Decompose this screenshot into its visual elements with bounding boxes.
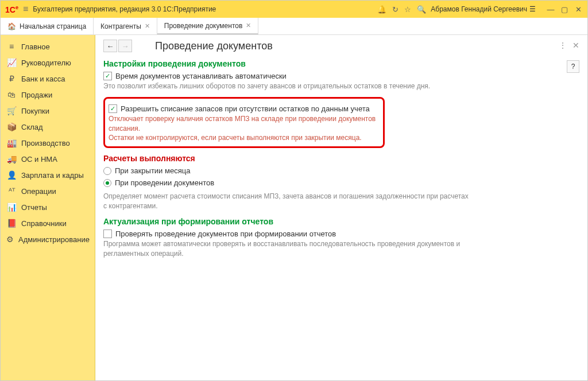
dtkt-icon: ᴬᵀ: [6, 186, 17, 196]
forward-button[interactable]: →: [118, 40, 132, 52]
home-icon: ≡: [6, 42, 17, 51]
home-icon: 🏠: [7, 22, 16, 30]
person-icon: 👤: [6, 170, 17, 180]
sidebar-item-reports[interactable]: 📊Отчеты: [1, 199, 95, 215]
sidebar-item-purchases[interactable]: 🛒Покупки: [1, 103, 95, 119]
hint-calc: Определяет момент расчета стоимости спис…: [103, 192, 471, 211]
book-icon: 📕: [6, 219, 17, 228]
hint-allow-writeoff-1: Отключает проверку наличия остатков МПЗ …: [109, 114, 378, 134]
logo-icon: 1Ce: [5, 5, 18, 14]
star-icon[interactable]: ☆: [404, 5, 411, 14]
factory-icon: 🏭: [6, 138, 17, 147]
sidebar-item-assets[interactable]: 🚚ОС и НМА: [1, 151, 95, 167]
label-on-month-close: При закрытии месяца: [115, 166, 190, 175]
user-name: Абрамов Геннадий Сергеевич: [431, 5, 527, 13]
section-title-actualization: Актуализация при формировании отчетов: [103, 217, 579, 226]
hint-auto-time: Это позволит избежать лишних оборотов по…: [103, 81, 471, 91]
close-icon[interactable]: ✕: [246, 22, 251, 29]
window-controls: — ▢ ✕: [546, 5, 583, 14]
maximize-button[interactable]: ▢: [560, 5, 569, 14]
ruble-icon: ₽: [6, 74, 17, 83]
close-icon[interactable]: ✕: [145, 22, 150, 30]
bars-icon: 📊: [6, 203, 17, 212]
tabs-bar: 🏠 Начальная страница Контрагенты ✕ Прове…: [1, 18, 587, 35]
checkbox-auto-time[interactable]: [103, 72, 112, 80]
sidebar-item-catalogs[interactable]: 📕Справочники: [1, 215, 95, 231]
tab-home[interactable]: 🏠 Начальная страница: [1, 18, 94, 34]
close-window-button[interactable]: ✕: [574, 5, 583, 14]
sidebar-item-manager[interactable]: 📈Руководителю: [1, 55, 95, 71]
page-title: Проведение документов: [155, 40, 273, 52]
minimize-button[interactable]: —: [546, 5, 555, 14]
section-title-settings: Настройки проведения документов: [103, 59, 579, 68]
bag-icon: 🛍: [6, 90, 17, 99]
search-icon[interactable]: 🔍: [417, 5, 426, 14]
back-button[interactable]: ←: [103, 40, 117, 52]
sidebar-item-production[interactable]: 🏭Производство: [1, 135, 95, 151]
user-menu[interactable]: Абрамов Геннадий Сергеевич ☰: [431, 5, 536, 13]
hint-allow-writeoff-2: Остатки не контролируются, если расчеты …: [109, 133, 378, 143]
help-button[interactable]: ?: [567, 60, 579, 73]
label-on-posting: При проведении документов: [115, 178, 214, 187]
radio-on-posting[interactable]: [103, 179, 111, 187]
sidebar-item-operations[interactable]: ᴬᵀОперации: [1, 183, 95, 199]
main-area: ← → Проведение документов ⋮ ✕ ? Настройк…: [95, 35, 587, 380]
close-panel-button[interactable]: ✕: [572, 41, 579, 50]
label-verify-reports: Проверять проведение документов при форм…: [115, 230, 336, 238]
app-title: Бухгалтерия предприятия, редакция 3.0 1С…: [33, 5, 373, 13]
main-header: ← → Проведение документов: [95, 35, 587, 56]
main-menu-icon[interactable]: ≡: [23, 4, 28, 14]
bell-icon[interactable]: 🔔: [377, 5, 386, 14]
checkbox-verify-reports[interactable]: [103, 230, 112, 238]
sidebar-item-warehouse[interactable]: 📦Склад: [1, 119, 95, 135]
checkbox-allow-writeoff[interactable]: [109, 104, 117, 113]
more-icon[interactable]: ⋮: [559, 41, 567, 50]
gear-icon: ⚙: [6, 235, 14, 244]
tab-document-posting[interactable]: Проведение документов ✕: [157, 18, 259, 34]
highlighted-setting: Разрешить списание запасов при отсутстви…: [103, 97, 385, 148]
sidebar-item-salary[interactable]: 👤Зарплата и кадры: [1, 167, 95, 183]
history-icon[interactable]: ↻: [392, 5, 399, 14]
truck-icon: 🚚: [6, 154, 17, 164]
sidebar-item-main[interactable]: ≡Главное: [1, 38, 95, 55]
sidebar-item-sales[interactable]: 🛍Продажи: [1, 87, 95, 103]
label-allow-writeoff: Разрешить списание запасов при отсутстви…: [121, 104, 370, 113]
box-icon: 📦: [6, 122, 17, 131]
content: Настройки проведения документов Время до…: [95, 56, 587, 380]
label-auto-time: Время документов устанавливать автоматич…: [115, 72, 287, 80]
sidebar: ≡Главное 📈Руководителю ₽Банк и касса 🛍Пр…: [1, 35, 95, 380]
sidebar-item-admin[interactable]: ⚙Администрирование: [1, 231, 95, 247]
titlebar-actions: 🔔 ↻ ☆ 🔍: [377, 5, 426, 14]
hint-verify-reports: Программа может автоматически проверять …: [103, 239, 471, 259]
sidebar-item-bank[interactable]: ₽Банк и касса: [1, 71, 95, 87]
chart-icon: 📈: [6, 58, 17, 67]
tab-counterparties[interactable]: Контрагенты ✕: [94, 18, 157, 34]
radio-on-month-close[interactable]: [103, 167, 111, 175]
user-settings-icon: ☰: [529, 5, 536, 13]
section-title-calc: Расчеты выполняются: [103, 154, 579, 163]
titlebar: 1Ce ≡ Бухгалтерия предприятия, редакция …: [1, 1, 587, 18]
cart-icon: 🛒: [6, 106, 17, 115]
